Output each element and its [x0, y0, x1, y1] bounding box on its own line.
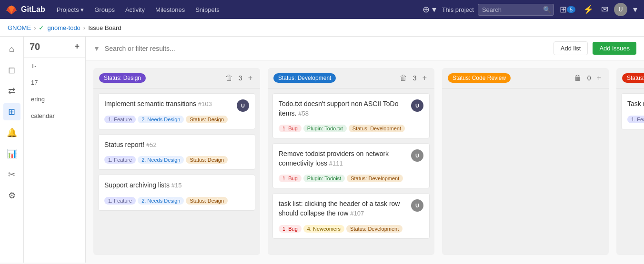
status-label-design: Status: Design: [99, 73, 146, 83]
card-tag: 4. Newcomers: [303, 225, 344, 233]
card-tag: 1. Feature: [104, 156, 136, 164]
card[interactable]: Task rows shou…1. FeatureSt…: [621, 93, 644, 129]
card-tag: 2. Needs Design: [138, 197, 184, 205]
card[interactable]: Remove todoist providers on network conn…: [272, 143, 430, 188]
card-tag: 1. Feature: [627, 116, 644, 123]
add-card-development[interactable]: +: [421, 73, 429, 83]
status-label-development: Status: Development: [273, 73, 336, 83]
card-tag: Status: Design: [186, 156, 228, 164]
breadcrumb: GNOME › ✓ gnome-todo › Issue Board: [0, 19, 644, 37]
user-avatar[interactable]: U: [614, 3, 627, 16]
issue-board: Status: Design🗑3+Implement semantic tran…: [86, 60, 644, 263]
search-input[interactable]: [478, 4, 554, 16]
search-wrap: 🔍: [478, 4, 554, 16]
card-tag: Status: Development: [346, 225, 402, 233]
column-qa: Status: QA🗑0+Task rows shou…1. FeatureSt…: [616, 68, 644, 255]
logo-text: GitLab: [21, 5, 45, 14]
breadcrumb-sep2: ›: [83, 24, 85, 31]
column-design: Status: Design🗑3+Implement semantic tran…: [93, 68, 260, 255]
card-tag: Status: Development: [347, 175, 403, 182]
gitlab-logo[interactable]: GitLab: [5, 3, 45, 16]
sidebar-item-t[interactable]: T-: [24, 58, 85, 74]
sidebar-item-17[interactable]: 17: [24, 74, 85, 91]
column-development: Status: Development🗑3+Todo.txt doesn't s…: [268, 68, 434, 255]
cards-design: Implement semantic transitions #103U1. F…: [93, 88, 260, 255]
cards-qa: Task rows shou…1. FeatureSt…: [616, 88, 644, 255]
card[interactable]: task list: clicking the header of a task…: [272, 193, 430, 238]
delete-column-development[interactable]: 🗑: [398, 73, 409, 83]
add-list-button[interactable]: Add list: [553, 41, 588, 55]
sidebar-item-ering[interactable]: ering: [24, 91, 85, 108]
card[interactable]: Support archiving lists #151. Feature2. …: [98, 175, 255, 211]
card-tag: 2. Needs Design: [138, 156, 184, 164]
create-btn[interactable]: ⊕ ▾: [421, 2, 438, 17]
nav-milestones[interactable]: Milestones: [151, 4, 189, 15]
card-title: Task rows shou…: [627, 99, 644, 109]
add-issues-button[interactable]: Add issues: [593, 42, 636, 55]
sidebar-item-calendar[interactable]: calendar: [24, 108, 85, 124]
card-tag: 1. Feature: [104, 116, 136, 123]
sidebar-issues-icon[interactable]: ◻: [3, 61, 20, 78]
nav-right-section: ⊕ ▾ This project 🔍 ⊞ 5 ⚡ ✉ U ▾: [421, 2, 639, 17]
card-avatar: U: [411, 149, 423, 162]
nav-projects[interactable]: Projects ▾: [53, 4, 88, 15]
column-count-design: 3: [239, 74, 242, 82]
sidebar-snippets-icon[interactable]: ✂: [3, 166, 20, 183]
card-avatar: U: [411, 99, 423, 112]
status-label-qa: Status: QA: [622, 73, 644, 83]
card-title: Support archiving lists #15: [104, 181, 182, 190]
filter-icon: ▼: [93, 45, 100, 52]
card-title: Status report! #52: [104, 140, 157, 150]
main-content: ▼ Add list Add issues Status: Design🗑3+I…: [86, 37, 644, 263]
sidebar-analytics-icon[interactable]: 📊: [3, 145, 20, 162]
toolbar: ▼ Add list Add issues: [86, 37, 644, 60]
sidebar-activity-icon[interactable]: 🔔: [3, 124, 20, 141]
status-label-code-review: Status: Code Review: [448, 73, 511, 83]
search-icon: 🔍: [543, 6, 551, 13]
app-layout: ⌂ ◻ ⇄ ⊞ 🔔 📊 ✂ ⚙ 70 + T- 17 ering calenda…: [0, 37, 644, 263]
card-tag: 1. Bug: [279, 225, 302, 233]
card-tag: Status: Design: [186, 116, 228, 123]
issues-icon[interactable]: ✉: [599, 2, 610, 17]
merge-requests-icon[interactable]: ⚡: [581, 2, 595, 17]
add-card-design[interactable]: +: [246, 73, 254, 83]
column-header-code-review: Status: Code Review🗑0+: [442, 68, 609, 88]
card[interactable]: Todo.txt doesn't support non ASCII ToDo …: [272, 93, 430, 138]
sidebar-count: 70: [30, 41, 40, 52]
card-avatar: U: [237, 99, 249, 112]
column-header-qa: Status: QA🗑0+: [616, 68, 644, 88]
nav-groups[interactable]: Groups: [91, 4, 119, 15]
card-title: Todo.txt doesn't support non ASCII ToDo …: [279, 99, 411, 118]
sidebar-board-icon[interactable]: ⊞: [3, 103, 20, 120]
add-card-code-review[interactable]: +: [595, 73, 603, 83]
delete-column-design[interactable]: 🗑: [223, 73, 235, 83]
column-count-development: 3: [413, 74, 417, 82]
column-count-code-review: 0: [587, 74, 591, 82]
card[interactable]: Status report! #521. Feature2. Needs Des…: [98, 134, 255, 170]
card-tag: 1. Bug: [279, 175, 302, 182]
delete-column-code-review[interactable]: 🗑: [572, 73, 584, 83]
avatar-chevron[interactable]: ▾: [631, 2, 639, 17]
card-title: task list: clicking the header of a task…: [279, 199, 411, 218]
monitor-icon[interactable]: ⊞ 5: [558, 2, 577, 17]
sidebar-add-btn[interactable]: +: [74, 41, 80, 51]
sidebar-merge-icon[interactable]: ⇄: [3, 82, 20, 99]
left-sidebar: ⌂ ◻ ⇄ ⊞ 🔔 📊 ✂ ⚙: [0, 37, 24, 263]
card-avatar: U: [411, 199, 423, 212]
card-tag: 2. Needs Design: [138, 116, 184, 123]
filter-input[interactable]: [105, 45, 549, 52]
project-sidebar: 70 + T- 17 ering calendar: [24, 37, 86, 263]
sidebar-home-icon[interactable]: ⌂: [3, 40, 20, 58]
nav-snippets[interactable]: Snippets: [191, 4, 223, 15]
this-project-label: This project: [442, 6, 474, 13]
nav-activity[interactable]: Activity: [121, 4, 149, 15]
card-title: Remove todoist providers on network conn…: [279, 149, 411, 168]
breadcrumb-page: Issue Board: [88, 24, 121, 31]
card[interactable]: Implement semantic transitions #103U1. F…: [98, 93, 255, 129]
card-tag: 1. Bug: [279, 125, 302, 132]
breadcrumb-repo[interactable]: gnome-todo: [47, 24, 80, 31]
card-tag: Status: Design: [186, 197, 228, 205]
card-tag: Plugin: Todo.txt: [303, 125, 347, 132]
sidebar-settings-icon[interactable]: ⚙: [3, 187, 20, 204]
breadcrumb-gnome[interactable]: GNOME: [8, 24, 31, 31]
